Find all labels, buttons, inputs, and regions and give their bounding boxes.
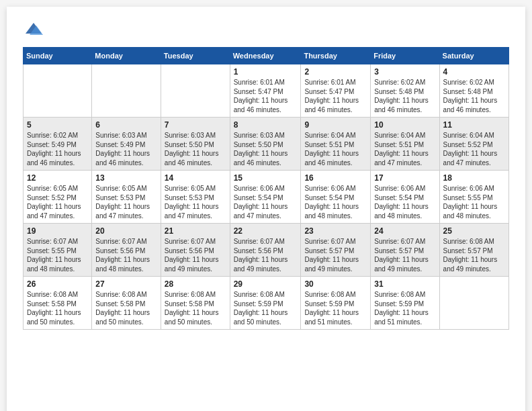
calendar-cell: 7Sunrise: 6:03 AM Sunset: 5:50 PM Daylig… <box>161 118 230 171</box>
day-info: Sunrise: 6:08 AM Sunset: 5:59 PM Dayligh… <box>374 290 435 326</box>
calendar-cell: 29Sunrise: 6:08 AM Sunset: 5:59 PM Dayli… <box>230 277 301 330</box>
day-number: 29 <box>234 279 298 289</box>
calendar-cell: 17Sunrise: 6:06 AM Sunset: 5:54 PM Dayli… <box>371 171 439 224</box>
day-info: Sunrise: 6:06 AM Sunset: 5:55 PM Dayligh… <box>443 184 505 220</box>
calendar-cell: 13Sunrise: 6:05 AM Sunset: 5:53 PM Dayli… <box>92 171 161 224</box>
day-info: Sunrise: 6:07 AM Sunset: 5:57 PM Dayligh… <box>374 237 435 273</box>
day-number: 31 <box>374 279 435 289</box>
header <box>23 20 509 36</box>
calendar-cell <box>92 64 161 118</box>
calendar-cell: 28Sunrise: 6:08 AM Sunset: 5:58 PM Dayli… <box>161 277 230 330</box>
weekday-wednesday: Wednesday <box>230 48 301 64</box>
day-number: 13 <box>95 173 157 183</box>
calendar-cell: 14Sunrise: 6:05 AM Sunset: 5:53 PM Dayli… <box>161 171 230 224</box>
day-info: Sunrise: 6:01 AM Sunset: 5:47 PM Dayligh… <box>234 78 298 114</box>
day-info: Sunrise: 6:06 AM Sunset: 5:54 PM Dayligh… <box>374 184 435 220</box>
day-number: 7 <box>165 120 226 130</box>
day-info: Sunrise: 6:08 AM Sunset: 5:58 PM Dayligh… <box>27 290 88 326</box>
day-info: Sunrise: 6:08 AM Sunset: 5:58 PM Dayligh… <box>95 290 157 326</box>
day-info: Sunrise: 6:05 AM Sunset: 5:53 PM Dayligh… <box>95 184 157 220</box>
calendar-cell: 8Sunrise: 6:03 AM Sunset: 5:50 PM Daylig… <box>230 118 301 171</box>
calendar-cell: 16Sunrise: 6:06 AM Sunset: 5:54 PM Dayli… <box>301 171 371 224</box>
day-number: 1 <box>234 67 298 77</box>
calendar-cell: 6Sunrise: 6:03 AM Sunset: 5:49 PM Daylig… <box>92 118 161 171</box>
weekday-tuesday: Tuesday <box>161 48 230 64</box>
calendar-cell: 22Sunrise: 6:07 AM Sunset: 5:56 PM Dayli… <box>230 224 301 277</box>
calendar-cell: 10Sunrise: 6:04 AM Sunset: 5:51 PM Dayli… <box>371 118 439 171</box>
calendar-cell: 25Sunrise: 6:08 AM Sunset: 5:57 PM Dayli… <box>439 224 508 277</box>
day-info: Sunrise: 6:07 AM Sunset: 5:57 PM Dayligh… <box>304 237 367 273</box>
calendar-cell: 11Sunrise: 6:04 AM Sunset: 5:52 PM Dayli… <box>439 118 508 171</box>
calendar-cell: 19Sunrise: 6:07 AM Sunset: 5:55 PM Dayli… <box>24 224 92 277</box>
day-info: Sunrise: 6:07 AM Sunset: 5:56 PM Dayligh… <box>165 237 226 273</box>
calendar-cell: 21Sunrise: 6:07 AM Sunset: 5:56 PM Dayli… <box>161 224 230 277</box>
weekday-thursday: Thursday <box>301 48 371 64</box>
calendar-row-4: 26Sunrise: 6:08 AM Sunset: 5:58 PM Dayli… <box>24 277 509 330</box>
day-number: 19 <box>27 226 88 236</box>
calendar-cell: 1Sunrise: 6:01 AM Sunset: 5:47 PM Daylig… <box>230 64 301 118</box>
day-info: Sunrise: 6:08 AM Sunset: 5:59 PM Dayligh… <box>304 290 367 326</box>
day-number: 9 <box>304 120 367 130</box>
calendar-cell: 24Sunrise: 6:07 AM Sunset: 5:57 PM Dayli… <box>371 224 439 277</box>
weekday-friday: Friday <box>371 48 439 64</box>
calendar-cell <box>24 64 92 118</box>
day-number: 12 <box>27 173 88 183</box>
calendar-cell: 15Sunrise: 6:06 AM Sunset: 5:54 PM Dayli… <box>230 171 301 224</box>
day-number: 25 <box>443 226 505 236</box>
day-info: Sunrise: 6:06 AM Sunset: 5:54 PM Dayligh… <box>304 184 367 220</box>
day-number: 17 <box>374 173 435 183</box>
day-info: Sunrise: 6:02 AM Sunset: 5:49 PM Dayligh… <box>27 131 88 167</box>
day-info: Sunrise: 6:02 AM Sunset: 5:48 PM Dayligh… <box>374 78 435 114</box>
calendar-cell: 5Sunrise: 6:02 AM Sunset: 5:49 PM Daylig… <box>24 118 92 171</box>
day-number: 8 <box>234 120 298 130</box>
day-info: Sunrise: 6:05 AM Sunset: 5:52 PM Dayligh… <box>27 184 88 220</box>
logo-icon <box>24 20 43 39</box>
day-info: Sunrise: 6:08 AM Sunset: 5:59 PM Dayligh… <box>234 290 298 326</box>
day-info: Sunrise: 6:03 AM Sunset: 5:50 PM Dayligh… <box>234 131 298 167</box>
day-info: Sunrise: 6:03 AM Sunset: 5:50 PM Dayligh… <box>165 131 226 167</box>
day-number: 26 <box>27 279 88 289</box>
day-number: 2 <box>304 67 367 77</box>
day-number: 20 <box>95 226 157 236</box>
calendar-cell: 12Sunrise: 6:05 AM Sunset: 5:52 PM Dayli… <box>24 171 92 224</box>
calendar-cell: 26Sunrise: 6:08 AM Sunset: 5:58 PM Dayli… <box>24 277 92 330</box>
day-info: Sunrise: 6:03 AM Sunset: 5:49 PM Dayligh… <box>95 131 157 167</box>
calendar-cell: 18Sunrise: 6:06 AM Sunset: 5:55 PM Dayli… <box>439 171 508 224</box>
day-number: 11 <box>443 120 505 130</box>
calendar-cell: 23Sunrise: 6:07 AM Sunset: 5:57 PM Dayli… <box>301 224 371 277</box>
calendar-cell: 31Sunrise: 6:08 AM Sunset: 5:59 PM Dayli… <box>371 277 439 330</box>
day-number: 28 <box>165 279 226 289</box>
calendar-cell: 30Sunrise: 6:08 AM Sunset: 5:59 PM Dayli… <box>301 277 371 330</box>
day-info: Sunrise: 6:04 AM Sunset: 5:52 PM Dayligh… <box>443 131 505 167</box>
day-number: 3 <box>374 67 435 77</box>
day-info: Sunrise: 6:08 AM Sunset: 5:58 PM Dayligh… <box>165 290 226 326</box>
day-info: Sunrise: 6:04 AM Sunset: 5:51 PM Dayligh… <box>304 131 367 167</box>
day-number: 21 <box>165 226 226 236</box>
calendar-row-2: 12Sunrise: 6:05 AM Sunset: 5:52 PM Dayli… <box>24 171 509 224</box>
weekday-header-row: SundayMondayTuesdayWednesdayThursdayFrid… <box>24 48 509 64</box>
calendar-cell: 2Sunrise: 6:01 AM Sunset: 5:47 PM Daylig… <box>301 64 371 118</box>
day-info: Sunrise: 6:04 AM Sunset: 5:51 PM Dayligh… <box>374 131 435 167</box>
day-number: 16 <box>304 173 367 183</box>
day-number: 27 <box>95 279 157 289</box>
day-number: 14 <box>165 173 226 183</box>
day-number: 15 <box>234 173 298 183</box>
weekday-sunday: Sunday <box>24 48 92 64</box>
day-number: 23 <box>304 226 367 236</box>
calendar-cell <box>161 64 230 118</box>
day-number: 5 <box>27 120 88 130</box>
day-number: 30 <box>304 279 367 289</box>
calendar-table: SundayMondayTuesdayWednesdayThursdayFrid… <box>23 47 509 330</box>
calendar-cell: 4Sunrise: 6:02 AM Sunset: 5:48 PM Daylig… <box>439 64 508 118</box>
day-number: 24 <box>374 226 435 236</box>
calendar-cell: 27Sunrise: 6:08 AM Sunset: 5:58 PM Dayli… <box>92 277 161 330</box>
day-number: 6 <box>95 120 157 130</box>
calendar-cell: 3Sunrise: 6:02 AM Sunset: 5:48 PM Daylig… <box>371 64 439 118</box>
day-info: Sunrise: 6:01 AM Sunset: 5:47 PM Dayligh… <box>304 78 367 114</box>
calendar-row-3: 19Sunrise: 6:07 AM Sunset: 5:55 PM Dayli… <box>24 224 509 277</box>
calendar-row-0: 1Sunrise: 6:01 AM Sunset: 5:47 PM Daylig… <box>24 64 509 118</box>
day-info: Sunrise: 6:07 AM Sunset: 5:56 PM Dayligh… <box>234 237 298 273</box>
day-info: Sunrise: 6:07 AM Sunset: 5:56 PM Dayligh… <box>95 237 157 273</box>
day-info: Sunrise: 6:08 AM Sunset: 5:57 PM Dayligh… <box>443 237 505 273</box>
calendar-cell <box>439 277 508 330</box>
